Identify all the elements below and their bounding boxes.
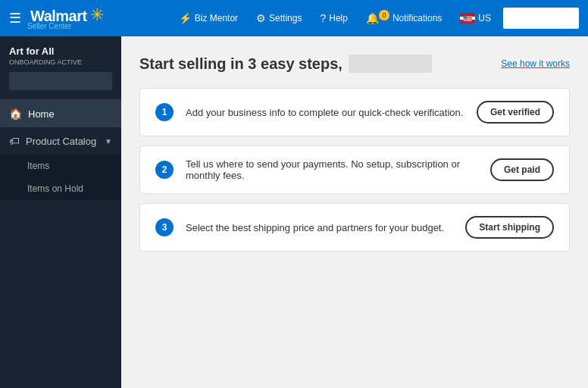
page-title: Start selling in 3 easy steps, [139,55,432,73]
sidebar-item-items-on-hold[interactable]: Items on Hold [0,177,121,200]
sidebar-catalog-submenu: Items Items on Hold [0,155,121,200]
settings-button[interactable]: ⚙ Settings [250,9,308,27]
start-shipping-button[interactable]: Start shipping [465,216,554,239]
home-icon: 🏠 [9,108,22,120]
main-content: Start selling in 3 easy steps, See how i… [121,36,588,388]
notification-badge: 0 [379,10,389,20]
page-header: Start selling in 3 easy steps, See how i… [139,55,570,73]
sidebar-status: ONBOARDING ACTIVE [9,58,112,66]
user-name-placeholder [349,55,432,73]
navbar: ☰ Walmart ✳ Seller Center ⚡ Biz Mentor ⚙… [0,0,588,36]
chevron-down-icon: ▼ [105,137,112,146]
walmart-logo: Walmart ✳ Seller Center [30,6,104,30]
step-number-2: 2 [155,161,174,179]
settings-icon: ⚙ [256,12,266,24]
app-layout: Art for All ONBOARDING ACTIVE 🏠 Home 🏷 P… [0,36,588,388]
sidebar-item-product-catalog[interactable]: 🏷 Product Catalog ▼ [0,127,121,155]
step-number-3: 3 [155,218,174,236]
get-verified-button[interactable]: Get verified [477,101,554,124]
us-flag-icon: 🇺🇸 [460,13,475,23]
bell-icon: 🔔 [366,12,379,24]
sidebar: Art for All ONBOARDING ACTIVE 🏠 Home 🏷 P… [0,36,121,388]
seller-center-label: Seller Center [27,22,104,30]
sidebar-catalog-label: Product Catalog [26,136,96,147]
region-selector[interactable]: 🇺🇸 US [454,10,497,27]
step-card-3: 3 Select the best shipping price and par… [139,203,570,252]
sidebar-search-input[interactable] [9,72,112,90]
step-text-1: Add your business info to complete our q… [186,107,464,118]
biz-mentor-icon: ⚡ [179,12,192,24]
step-number-1: 1 [155,103,174,121]
see-how-link[interactable]: See how it works [501,58,570,69]
step-text-2: Tell us where to send your payments. No … [186,158,478,181]
sidebar-home-label: Home [28,108,55,120]
sidebar-item-items[interactable]: Items [0,155,121,177]
step-text-3: Select the best shipping price and partn… [186,222,453,233]
get-paid-button[interactable]: Get paid [490,158,554,181]
steps-container: 1 Add your business info to complete our… [139,88,570,252]
step-card-1: 1 Add your business info to complete our… [139,88,570,136]
help-icon: ? [320,12,326,24]
step-card-2: 2 Tell us where to send your payments. N… [139,146,570,194]
menu-icon[interactable]: ☰ [9,10,21,27]
search-input[interactable] [503,8,579,29]
notifications-button[interactable]: 🔔 0 Notifications [360,9,448,27]
sidebar-user-name: Art for All [9,45,112,57]
biz-mentor-button[interactable]: ⚡ Biz Mentor [173,9,244,27]
sidebar-item-home[interactable]: 🏠 Home [0,100,121,127]
catalog-icon: 🏷 [9,135,20,147]
sidebar-user-section: Art for All ONBOARDING ACTIVE [0,36,121,100]
help-button[interactable]: ? Help [314,9,353,27]
